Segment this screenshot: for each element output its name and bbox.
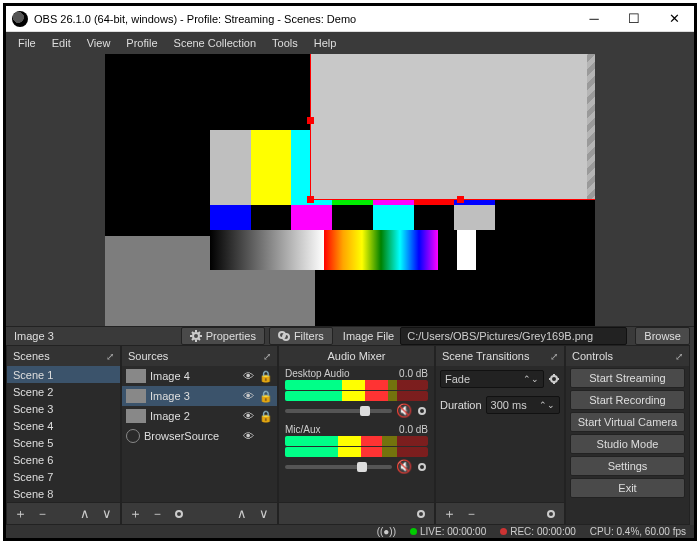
source-item[interactable]: Image 4👁🔒 (122, 366, 277, 386)
visibility-toggle-icon[interactable]: 👁 (241, 430, 255, 442)
source-move-up-button[interactable]: ∧ (233, 506, 251, 522)
image-thumb-icon (126, 389, 146, 403)
menu-tools[interactable]: Tools (264, 32, 306, 54)
control-button-start-virtual-camera[interactable]: Start Virtual Camera (570, 412, 685, 432)
source-properties-button[interactable] (170, 506, 188, 522)
gear-icon[interactable] (416, 461, 428, 473)
dock-popout-icon[interactable]: ⤢ (675, 351, 683, 362)
mute-button-icon[interactable]: 🔇 (396, 459, 412, 474)
menu-profile[interactable]: Profile (118, 32, 165, 54)
live-status: LIVE: 00:00:00 (410, 526, 486, 537)
preview-area[interactable] (6, 54, 694, 326)
image-file-path[interactable]: C:/Users/OBS/Pictures/Grey169B.png (400, 327, 627, 345)
scene-item[interactable]: Scene 2 (7, 383, 120, 400)
browse-label: Browse (644, 330, 681, 342)
mixer-channel-level: 0.0 dB (399, 368, 428, 379)
lock-toggle-icon[interactable]: 🔒 (259, 390, 273, 403)
source-label: Image 4 (150, 370, 237, 382)
dock-row: Scenes⤢ Scene 1Scene 2Scene 3Scene 4Scen… (6, 345, 694, 525)
gear-icon[interactable] (416, 405, 428, 417)
control-button-settings[interactable]: Settings (570, 456, 685, 476)
window-frame: OBS 26.1.0 (64-bit, windows) - Profile: … (3, 3, 697, 541)
gear-icon[interactable] (548, 373, 560, 385)
visibility-toggle-icon[interactable]: 👁 (241, 370, 255, 382)
scene-item[interactable]: Scene 8 (7, 485, 120, 502)
menu-edit[interactable]: Edit (44, 32, 79, 54)
volume-slider[interactable] (285, 409, 392, 413)
scene-item[interactable]: Scene 7 (7, 468, 120, 485)
gear-icon (545, 508, 557, 520)
lock-toggle-icon[interactable]: 🔒 (259, 370, 273, 383)
transition-select[interactable]: Fade⌃⌄ (440, 370, 544, 388)
source-move-down-button[interactable]: ∨ (255, 506, 273, 522)
scenes-title: Scenes (13, 350, 50, 362)
scene-item[interactable]: Scene 4 (7, 417, 120, 434)
lock-toggle-icon[interactable]: 🔒 (259, 410, 273, 423)
maximize-button[interactable]: ☐ (614, 6, 654, 32)
control-button-studio-mode[interactable]: Studio Mode (570, 434, 685, 454)
volume-slider[interactable] (285, 465, 392, 469)
mixer-channel-name: Desktop Audio (285, 368, 350, 379)
mixer-list: Desktop Audio0.0 dB🔇Mic/Aux0.0 dB🔇 (279, 366, 434, 502)
control-button-start-streaming[interactable]: Start Streaming (570, 368, 685, 388)
preview-canvas[interactable] (105, 54, 595, 326)
scene-item[interactable]: Scene 3 (7, 400, 120, 417)
visibility-toggle-icon[interactable]: 👁 (241, 390, 255, 402)
scenes-dock: Scenes⤢ Scene 1Scene 2Scene 3Scene 4Scen… (6, 345, 121, 525)
status-bar: ((●)) LIVE: 00:00:00 REC: 00:00:00 CPU: … (6, 525, 694, 538)
scenes-list[interactable]: Scene 1Scene 2Scene 3Scene 4Scene 5Scene… (7, 366, 120, 502)
source-add-button[interactable]: ＋ (126, 506, 144, 522)
mixer-advanced-button[interactable] (412, 506, 430, 522)
control-button-exit[interactable]: Exit (570, 478, 685, 498)
transition-properties-button[interactable] (542, 506, 560, 522)
scene-item[interactable]: Scene 1 (7, 366, 120, 383)
source-item[interactable]: Image 2👁🔒 (122, 406, 277, 426)
visibility-toggle-icon[interactable]: 👁 (241, 410, 255, 422)
sources-list[interactable]: Image 4👁🔒Image 3👁🔒Image 2👁🔒BrowserSource… (122, 366, 277, 502)
control-button-start-recording[interactable]: Start Recording (570, 390, 685, 410)
scene-remove-button[interactable]: － (33, 506, 51, 522)
scene-move-up-button[interactable]: ∧ (76, 506, 94, 522)
dock-popout-icon[interactable]: ⤢ (263, 351, 271, 362)
source-label: BrowserSource (144, 430, 237, 442)
scene-add-button[interactable]: ＋ (11, 506, 29, 522)
resize-handle-bm[interactable] (457, 196, 464, 203)
chevron-updown-icon: ⌃⌄ (539, 400, 555, 410)
properties-label: Properties (206, 330, 256, 342)
transition-remove-button[interactable]: － (462, 506, 480, 522)
resize-handle-ml[interactable] (307, 117, 314, 124)
selected-source-label: Image 3 (6, 330, 62, 342)
menu-help[interactable]: Help (306, 32, 345, 54)
source-remove-button[interactable]: － (148, 506, 166, 522)
close-button[interactable]: ✕ (654, 6, 694, 32)
properties-button[interactable]: Properties (181, 327, 265, 345)
live-dot-icon (410, 528, 417, 535)
controls-title: Controls (572, 350, 613, 362)
minimize-button[interactable]: ─ (574, 6, 614, 32)
menu-view[interactable]: View (79, 32, 119, 54)
cpu-status: CPU: 0.4%, 60.00 fps (590, 526, 686, 537)
image-file-label: Image File (343, 330, 394, 342)
source-item[interactable]: Image 3👁🔒 (122, 386, 277, 406)
menu-scene-collection[interactable]: Scene Collection (166, 32, 265, 54)
image-thumb-icon (126, 409, 146, 423)
scene-move-down-button[interactable]: ∨ (98, 506, 116, 522)
dock-popout-icon[interactable]: ⤢ (106, 351, 114, 362)
browse-button[interactable]: Browse (635, 327, 690, 345)
source-image3-preview-selected[interactable] (310, 54, 595, 200)
rec-dot-icon (500, 528, 507, 535)
scene-item[interactable]: Scene 6 (7, 451, 120, 468)
mute-button-icon[interactable]: 🔇 (396, 403, 412, 418)
filters-button[interactable]: Filters (269, 327, 333, 345)
dock-popout-icon[interactable]: ⤢ (550, 351, 558, 362)
rec-status: REC: 00:00:00 (500, 526, 576, 537)
scene-item[interactable]: Scene 5 (7, 434, 120, 451)
gear-icon (415, 508, 427, 520)
gear-icon (173, 508, 185, 520)
duration-input[interactable]: 300 ms⌃⌄ (486, 396, 560, 414)
resize-handle-bl[interactable] (307, 196, 314, 203)
menu-file[interactable]: File (10, 32, 44, 54)
source-item[interactable]: BrowserSource👁 (122, 426, 277, 446)
sources-dock: Sources⤢ Image 4👁🔒Image 3👁🔒Image 2👁🔒Brow… (121, 345, 278, 525)
transition-add-button[interactable]: ＋ (440, 506, 458, 522)
